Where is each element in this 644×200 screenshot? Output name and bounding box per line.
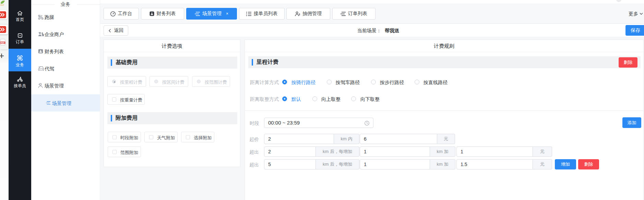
svg-text:GO: GO xyxy=(0,4,4,6)
svg-text:PDF: PDF xyxy=(1,42,5,44)
